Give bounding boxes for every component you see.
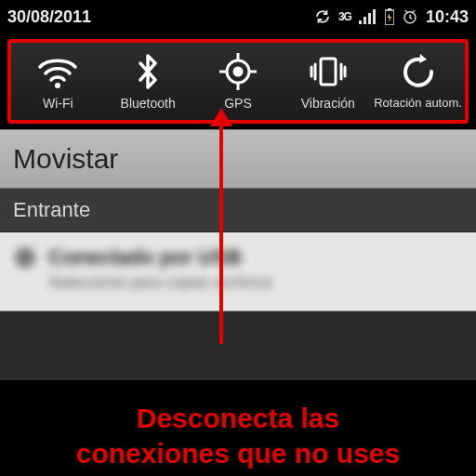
gps-icon bbox=[218, 48, 258, 95]
empty-area bbox=[0, 311, 476, 380]
toggle-label: Rotación autom. bbox=[374, 97, 462, 110]
toggle-vibration[interactable]: Vibración bbox=[284, 48, 373, 111]
toggle-label: GPS bbox=[224, 97, 252, 111]
caption-line-2: conexiones que no uses bbox=[76, 438, 400, 469]
status-time: 10:43 bbox=[426, 7, 469, 27]
sync-icon bbox=[314, 8, 331, 25]
svg-rect-3 bbox=[373, 9, 376, 24]
toggle-label: Vibración bbox=[301, 97, 355, 111]
quick-toggles-row: Wi-Fi Bluetooth bbox=[7, 39, 469, 124]
svg-rect-0 bbox=[359, 20, 362, 24]
toggle-label: Bluetooth bbox=[121, 97, 176, 111]
status-date: 30/08/2011 bbox=[7, 7, 91, 27]
svg-rect-5 bbox=[388, 8, 391, 10]
svg-rect-2 bbox=[368, 13, 371, 24]
svg-point-7 bbox=[55, 83, 60, 88]
vibration-icon bbox=[306, 48, 350, 95]
signal-icon bbox=[359, 9, 377, 24]
toggle-wifi[interactable]: Wi-Fi bbox=[13, 48, 102, 111]
toggle-label: Wi-Fi bbox=[43, 97, 73, 111]
svg-rect-1 bbox=[364, 17, 366, 24]
notification-icon bbox=[15, 247, 35, 268]
phone-screen: 30/08/2011 3G 10:43 bbox=[0, 0, 476, 476]
bluetooth-icon bbox=[134, 48, 162, 95]
notification-item[interactable]: Conectado por USB Seleccione para copiar… bbox=[0, 232, 476, 311]
section-header-incoming: Entrante bbox=[0, 189, 476, 232]
annotation-caption: Desconecta las conexiones que no uses bbox=[0, 380, 476, 476]
battery-charging-icon bbox=[385, 8, 394, 25]
3g-icon: 3G bbox=[338, 10, 351, 23]
toggle-bluetooth[interactable]: Bluetooth bbox=[103, 48, 192, 111]
svg-rect-14 bbox=[321, 59, 336, 85]
notification-title: Conectado por USB bbox=[48, 245, 242, 270]
carrier-label: Movistar bbox=[0, 129, 476, 189]
wifi-icon bbox=[36, 48, 79, 95]
caption-line-1: Desconecta las bbox=[137, 403, 339, 433]
status-bar: 30/08/2011 3G 10:43 bbox=[0, 0, 476, 33]
status-icons: 3G 10:43 bbox=[314, 7, 469, 27]
svg-point-9 bbox=[234, 68, 242, 75]
toggle-gps[interactable]: GPS bbox=[193, 48, 283, 111]
toggle-autorotate[interactable]: Rotación autom. bbox=[374, 48, 463, 110]
notification-subtitle: Seleccione para copiar archivos bbox=[48, 273, 461, 292]
alarm-icon bbox=[402, 8, 418, 25]
quick-toggles-container: Wi-Fi Bluetooth bbox=[0, 33, 476, 129]
rotate-icon bbox=[399, 48, 438, 95]
